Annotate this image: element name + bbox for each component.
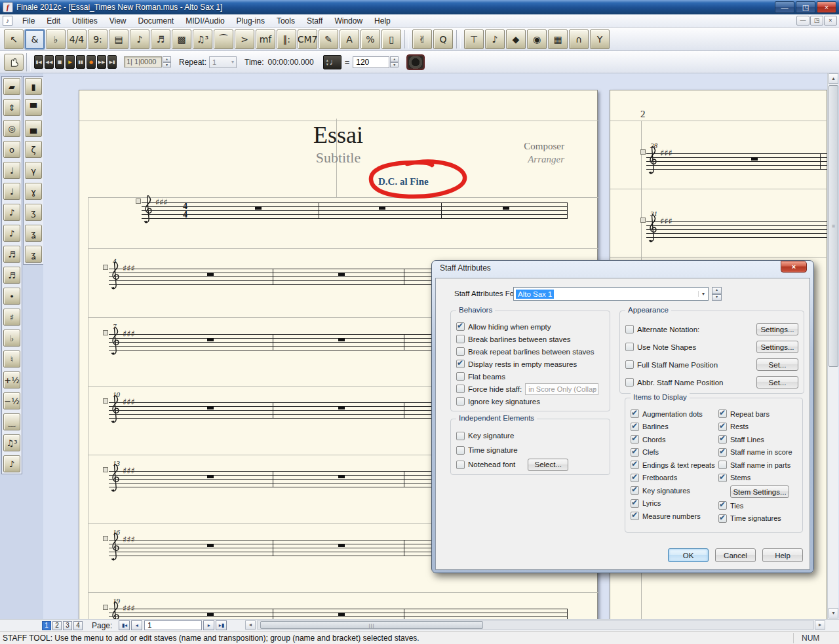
staff-spinner[interactable]: ▴ ▾ — [712, 287, 722, 301]
fast-forward-button[interactable]: ▶▶ — [97, 55, 106, 69]
staff-system[interactable]: 28 ♯♯♯ — [646, 153, 827, 170]
time-signature-tool-button[interactable]: 4/4 — [67, 29, 87, 49]
settings-button[interactable]: Settings... — [756, 341, 798, 353]
help-button[interactable]: Help — [762, 548, 803, 562]
resize-tool-button[interactable]: % — [361, 29, 380, 49]
tuplet-tool-button[interactable]: ♫³ — [193, 29, 212, 49]
sixtyfourth-note-button[interactable]: ♬ — [3, 267, 20, 284]
simple-entry-tool-button[interactable]: ♪ — [130, 29, 149, 49]
half-step-up-button[interactable]: +½ — [3, 371, 20, 388]
first-page-button[interactable]: ▮◂ — [119, 620, 130, 630]
staff-system[interactable]: 31 ♯♯♯ — [646, 221, 827, 238]
half-rest-button[interactable]: ▄ — [25, 120, 42, 137]
whole-note-button[interactable]: o — [3, 141, 20, 158]
page-layout-tool-button[interactable]: ▯ — [381, 29, 401, 49]
tempo-note-button[interactable]: ▴▾ ♩ — [323, 55, 341, 69]
half-step-down-button[interactable]: −½ — [3, 392, 20, 409]
staff-attributes-dialog[interactable]: Staff Attributes × Staff Attributes For:… — [431, 260, 814, 573]
child-close-button[interactable]: × — [824, 16, 837, 26]
double-whole-rest-button[interactable]: ▮ — [25, 78, 42, 95]
checkbox[interactable] — [631, 512, 639, 520]
menu-item[interactable]: Edit — [41, 15, 66, 27]
menu-item[interactable]: MIDI/Audio — [180, 15, 230, 27]
scroll-down-icon[interactable]: ▾ — [829, 608, 838, 618]
menu-item[interactable]: Help — [368, 15, 397, 27]
speedy-entry-tool-button[interactable]: ♬ — [151, 29, 170, 49]
vertical-scroll-thumb[interactable]: ≡ — [829, 85, 838, 367]
graphics-tool-button[interactable]: ◆ — [506, 29, 526, 49]
sixteenth-note-button[interactable]: ♪ — [3, 225, 20, 242]
vertical-scrollbar[interactable]: ▴ ≡ ▾ — [827, 73, 838, 619]
tuner-tool-button[interactable]: Y — [590, 29, 610, 49]
checkbox[interactable] — [456, 360, 465, 368]
checkbox[interactable] — [631, 486, 639, 495]
checkbox[interactable] — [625, 378, 634, 387]
scroll-up-icon[interactable]: ▴ — [829, 73, 838, 84]
checkbox[interactable] — [456, 335, 465, 343]
staff-handle[interactable] — [103, 265, 108, 270]
dropdown-arrow-icon[interactable]: ▾ — [698, 291, 708, 297]
hammer-tool-button[interactable]: ⊤ — [464, 29, 484, 49]
select-button[interactable]: Select... — [528, 459, 568, 471]
menu-item[interactable]: File — [16, 15, 41, 27]
tempo-spinner[interactable]: ▴ ▾ — [390, 56, 399, 67]
articulation-tool-button[interactable]: > — [235, 29, 254, 49]
page-input[interactable]: 1 — [144, 620, 202, 630]
chord-tool-button[interactable]: CM7 — [298, 29, 317, 49]
checkbox[interactable] — [456, 461, 465, 469]
checkbox[interactable] — [456, 347, 465, 356]
checkbox[interactable] — [718, 514, 727, 523]
menu-item[interactable]: Document — [132, 15, 180, 27]
menu-item[interactable]: Window — [328, 15, 368, 27]
hand-grabber-tool-button[interactable]: ✌ — [412, 29, 432, 49]
page-button[interactable]: 2 — [52, 621, 62, 630]
spinner-up-icon[interactable]: ▴ — [163, 56, 171, 62]
whole-rest-button[interactable]: ▀ — [25, 99, 42, 116]
hyperscribe-tool-button[interactable]: ▩ — [172, 29, 191, 49]
expression-tool-button[interactable]: mf — [256, 29, 275, 49]
dot-button[interactable]: • — [3, 288, 20, 305]
next-page-button[interactable]: ▸ — [203, 620, 214, 630]
checkbox[interactable] — [718, 501, 727, 510]
eraser-button[interactable]: ▰ — [3, 78, 20, 95]
staff-system[interactable]: ♯♯♯ 44 — [142, 202, 568, 219]
checkbox[interactable] — [456, 397, 465, 406]
checkbox[interactable] — [631, 474, 639, 482]
record-button[interactable]: ● — [87, 55, 96, 69]
page-button[interactable]: 4 — [73, 621, 83, 630]
text-tool-button[interactable]: A — [340, 29, 359, 49]
checkbox[interactable] — [625, 360, 634, 369]
checkbox[interactable] — [456, 322, 465, 331]
checkbox[interactable] — [625, 325, 634, 333]
checkbox[interactable] — [718, 461, 727, 469]
staff-handle[interactable] — [640, 149, 646, 155]
key-signature-tool-button[interactable]: ♭ — [46, 29, 66, 49]
pause-button[interactable]: ▮▮ — [76, 55, 85, 69]
stem-settings-button[interactable]: Stem Settings... — [730, 485, 789, 498]
settings-button[interactable]: Settings... — [756, 323, 798, 335]
menu-item[interactable]: Tools — [271, 15, 301, 27]
sixtyfourth-rest-button[interactable]: ʓ — [25, 225, 42, 242]
child-restore-button[interactable]: ◳ — [810, 16, 823, 26]
speaker-icon[interactable] — [406, 54, 425, 70]
settings-button[interactable]: Set... — [756, 358, 798, 371]
page-button[interactable]: 1 — [42, 621, 51, 630]
thirtysecond-rest-button[interactable]: ʒ — [25, 204, 42, 221]
counter-spinner[interactable]: ▴ ▾ — [163, 56, 171, 67]
menu-item[interactable]: Utilities — [66, 15, 104, 27]
checkbox[interactable] — [456, 446, 465, 455]
staff-system[interactable]: 19 ♯♯♯ — [109, 609, 568, 619]
checkbox[interactable] — [718, 435, 727, 444]
smart-playback-hand-icon[interactable] — [4, 54, 24, 71]
staff-handle[interactable] — [640, 218, 646, 223]
scroll-right-icon[interactable]: ▸ — [815, 620, 825, 630]
checkbox[interactable] — [631, 435, 639, 444]
checkbox[interactable] — [456, 432, 465, 440]
clef-tool-button[interactable]: 9: — [88, 29, 107, 49]
score-manager-button[interactable]: ▦ — [548, 29, 568, 49]
spinner-down-icon[interactable]: ▾ — [163, 62, 171, 68]
checkbox[interactable] — [456, 385, 465, 393]
special-tools-button[interactable]: ✎ — [319, 29, 338, 49]
natural-button[interactable]: ♮ — [3, 350, 20, 368]
horizontal-scroll-thumb[interactable]: ||| — [260, 621, 483, 629]
